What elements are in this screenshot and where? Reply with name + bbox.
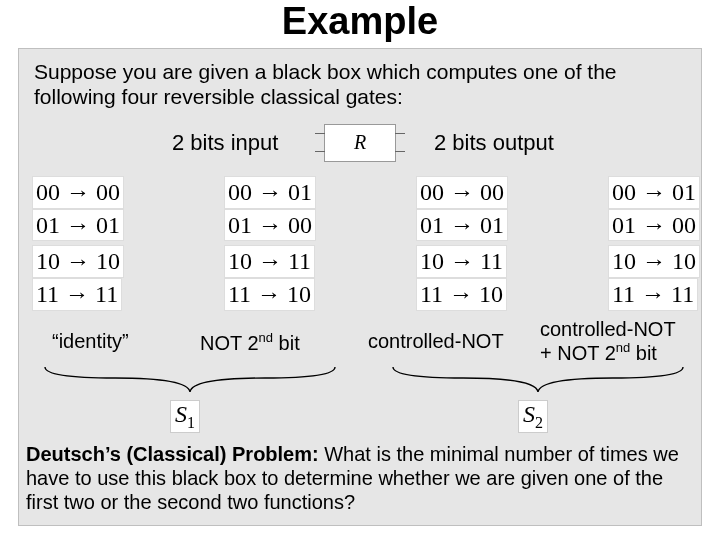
slide-title: Example xyxy=(0,0,720,43)
gate-label-cnot: controlled-NOT xyxy=(368,330,504,353)
map-row: 11 → 10 xyxy=(224,278,315,311)
map-row: 00 → 01 xyxy=(608,176,700,209)
gate-col-cnot: 00 → 00 01 → 01 10 → 11 11 → 10 xyxy=(412,174,512,313)
brace-s2 xyxy=(388,362,688,398)
gate-label-identity: “identity” xyxy=(52,330,129,353)
gate-col-not2: 00 → 01 01 → 00 10 → 11 11 → 10 xyxy=(220,174,320,313)
truth-tables: 00 → 00 01 → 01 10 → 10 11 → 11 00 → 01 … xyxy=(28,174,704,313)
set-label-s1: S1 xyxy=(170,400,200,433)
map-row: 10 → 10 xyxy=(32,245,124,278)
map-row: 11 → 10 xyxy=(416,278,507,311)
map-row: 01 → 01 xyxy=(32,209,124,242)
problem-text: Deutsch’s (Classical) Problem: What is t… xyxy=(26,442,694,514)
map-row: 01 → 01 xyxy=(416,209,508,242)
map-row: 11 → 11 xyxy=(608,278,698,311)
gate-col-cnot-plus-not2: 00 → 01 01 → 00 10 → 10 11 → 11 xyxy=(604,174,704,313)
curly-brace-icon xyxy=(40,362,340,398)
intro-text: Suppose you are given a black box which … xyxy=(34,60,686,110)
blackbox-diagram: R xyxy=(324,124,396,162)
map-row: 01 → 00 xyxy=(608,209,700,242)
gate-label-cnot-plus-not2: controlled-NOT + NOT 2nd bit xyxy=(540,318,676,365)
output-label: 2 bits output xyxy=(434,130,554,156)
gate-label-not2: NOT 2nd bit xyxy=(200,330,300,355)
blackbox-label: R xyxy=(325,131,395,154)
problem-label: Deutsch’s (Classical) Problem: xyxy=(26,443,319,465)
map-row: 00 → 00 xyxy=(416,176,508,209)
input-label: 2 bits input xyxy=(172,130,278,156)
map-row: 00 → 01 xyxy=(224,176,316,209)
map-row: 00 → 00 xyxy=(32,176,124,209)
map-row: 01 → 00 xyxy=(224,209,316,242)
map-row: 11 → 11 xyxy=(32,278,122,311)
brace-s1 xyxy=(40,362,340,398)
gate-col-identity: 00 → 00 01 → 01 10 → 10 11 → 11 xyxy=(28,174,128,313)
slide: Example Suppose you are given a black bo… xyxy=(0,0,720,540)
map-row: 10 → 11 xyxy=(416,245,507,278)
set-label-s2: S2 xyxy=(518,400,548,433)
curly-brace-icon xyxy=(388,362,688,398)
map-row: 10 → 10 xyxy=(608,245,700,278)
map-row: 10 → 11 xyxy=(224,245,315,278)
